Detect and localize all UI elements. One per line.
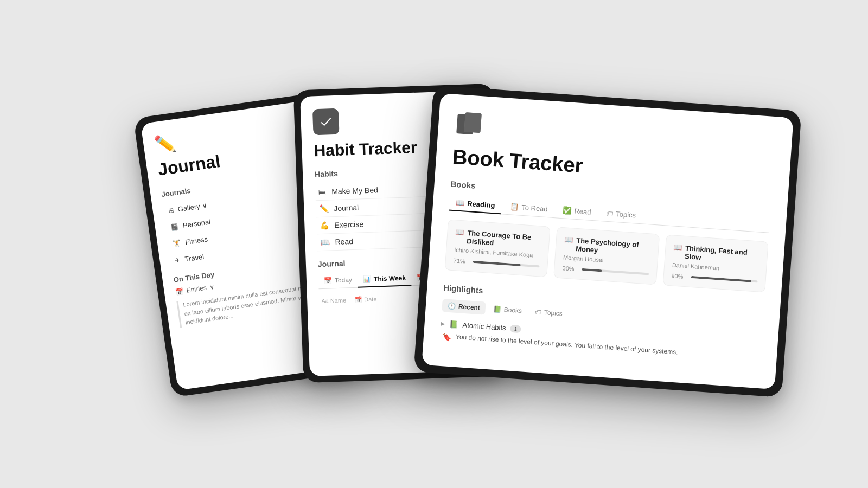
read-tab-icon: ✅: [563, 206, 572, 215]
book-1-percent: 71%: [453, 257, 469, 265]
recent-label: Recent: [458, 303, 480, 312]
habit-bed-label: Make My Bed: [331, 185, 378, 196]
habit-read-label: Read: [335, 237, 353, 246]
entries-arrow: ∨: [209, 282, 215, 291]
book-1-fill: [473, 261, 521, 266]
to-read-label: To Read: [521, 203, 548, 213]
gallery-icon: ⊞: [168, 206, 174, 214]
to-read-icon: 📋: [510, 202, 519, 211]
book-screen: Book Tracker Books 📖 Reading 📋 To Read ✅…: [422, 93, 793, 389]
books-hl-label: Books: [503, 306, 522, 314]
highlight-tab-books[interactable]: 📗 Books: [487, 302, 528, 318]
book-cards: 📖 The Courage To Be Disliked Ichiro Kish…: [445, 219, 769, 292]
ipad-book: Book Tracker Books 📖 Reading 📋 To Read ✅…: [413, 85, 801, 397]
today-label: Today: [335, 276, 353, 284]
books-hl-icon: 📗: [493, 305, 501, 313]
recent-icon: 🕐: [448, 302, 456, 310]
reading-icon: 📖: [456, 198, 465, 207]
travel-icon: ✈: [175, 256, 181, 264]
exercise-icon: 💪: [320, 221, 329, 230]
book1-icon: 📖: [455, 228, 464, 236]
fitness-label: Fitness: [184, 235, 208, 246]
book-card-3: 📖 Thinking, Fast and Slow Daniel Kahnema…: [662, 234, 768, 292]
habit-journal-label: Journal: [334, 203, 359, 213]
highlight-book-name: Atomic Habits: [462, 321, 506, 332]
tab-this-week[interactable]: 📊 This Week: [358, 271, 412, 287]
topics-hl-label: Topics: [544, 309, 563, 317]
expand-arrow: ▶: [441, 320, 445, 327]
today-icon: 📅: [324, 277, 332, 285]
bed-icon: 🛏: [318, 188, 327, 196]
bookmark-icon: 🔖: [442, 332, 451, 342]
entries-label: Entries: [186, 284, 207, 294]
book-1-bar: [473, 261, 540, 268]
check-svg: [318, 114, 333, 129]
book-3-bar: [691, 276, 757, 283]
book-3-percent: 90%: [671, 272, 687, 280]
book-2-bar: [582, 268, 648, 275]
topics-icon: 🏷: [606, 209, 614, 218]
books-icon: [454, 110, 484, 140]
checkmark-icon: [312, 108, 340, 136]
journal-habit-icon: ✏️: [319, 204, 329, 214]
book-2-fill: [582, 268, 602, 272]
svg-rect-2: [464, 112, 481, 133]
reading-label: Reading: [467, 200, 495, 210]
book-card-1: 📖 The Courage To Be Disliked Ichiro Kish…: [445, 219, 551, 277]
date-header: 📅 Date: [355, 296, 377, 303]
highlight-tab-recent[interactable]: 🕐 Recent: [442, 299, 486, 315]
this-week-icon: 📊: [363, 275, 371, 284]
highlight-count: 1: [510, 324, 521, 332]
topics-hl-icon: 🏷: [534, 308, 541, 316]
book-content: Book Tracker Books 📖 Reading 📋 To Read ✅…: [422, 93, 793, 389]
book2-icon: 📖: [564, 235, 573, 244]
book-2-progress: 30%: [562, 265, 649, 277]
tab-today[interactable]: 📅 Today: [318, 273, 358, 289]
highlight-tab-topics[interactable]: 🏷 Topics: [529, 305, 569, 320]
name-header: Aa Name: [321, 297, 346, 305]
read-icon: 📖: [320, 237, 330, 247]
read-tab-label: Read: [574, 207, 591, 216]
personal-icon: 📓: [170, 222, 179, 231]
scene: ✏️ Journal Journals ⊞ Gallery ∨ 📓 Person…: [108, 54, 760, 434]
tab-reading[interactable]: 📖 Reading: [449, 195, 502, 215]
fitness-icon: 🏋: [173, 239, 182, 248]
highlight-book-icon: 📗: [449, 320, 458, 329]
tab-topics[interactable]: 🏷 Topics: [599, 206, 643, 224]
book-1-progress: 71%: [453, 257, 540, 269]
topics-label: Topics: [616, 210, 636, 220]
book-2-percent: 30%: [562, 265, 578, 272]
tab-to-read[interactable]: 📋 To Read: [503, 199, 554, 218]
habit-exercise-label: Exercise: [334, 220, 363, 229]
personal-label: Personal: [182, 217, 211, 229]
gallery-label: Gallery ∨: [177, 201, 208, 213]
travel-label: Travel: [184, 253, 205, 264]
book3-icon: 📖: [673, 243, 682, 252]
book-3-fill: [691, 276, 751, 282]
this-week-label: This Week: [374, 274, 406, 283]
entries-icon: 📅: [175, 287, 184, 296]
book-3-progress: 90%: [671, 272, 758, 285]
tab-read[interactable]: ✅ Read: [556, 202, 598, 221]
book-card-2: 📖 The Psychology of Money Morgan Housel …: [553, 227, 659, 285]
